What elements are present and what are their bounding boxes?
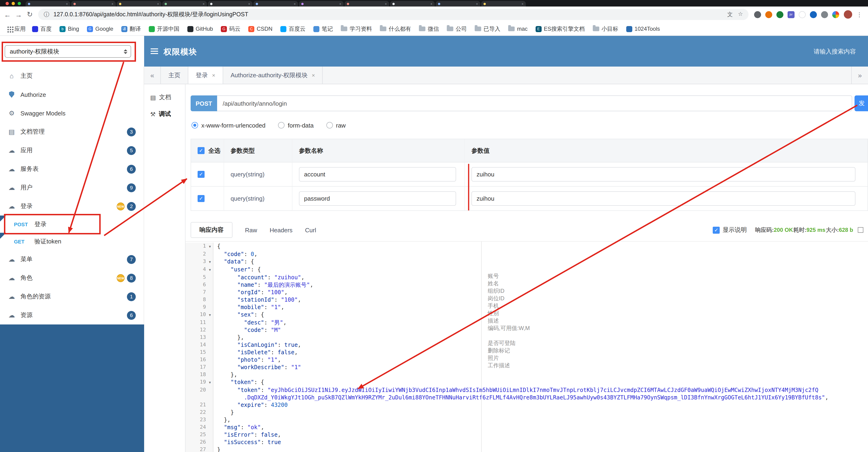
- window-minimize-icon[interactable]: [11, 2, 15, 5]
- param-value-input[interactable]: [471, 167, 856, 181]
- extension-icon[interactable]: [765, 11, 772, 18]
- api-path[interactable]: /api/authority/anno/login: [217, 95, 852, 111]
- window-close-icon[interactable]: [6, 2, 9, 5]
- bookmark-item[interactable]: CCSDN: [248, 26, 273, 32]
- bookmark-item[interactable]: 小目标: [593, 25, 618, 33]
- content-type-radio[interactable]: x-www-form-urlencoded: [191, 122, 266, 129]
- fold-icon[interactable]: ▼: [207, 266, 213, 274]
- bookmark-item[interactable]: 开源中国: [149, 25, 179, 33]
- content-type-radio[interactable]: form-data: [278, 122, 314, 129]
- reload-icon[interactable]: ↻: [24, 10, 35, 19]
- extension-icon[interactable]: [810, 11, 817, 18]
- browser-tab[interactable]: ×: [253, 1, 298, 6]
- fullscreen-icon[interactable]: [858, 227, 863, 233]
- browser-tab[interactable]: ×: [208, 1, 252, 6]
- browser-tab[interactable]: ×: [390, 1, 435, 6]
- browser-tab[interactable]: ×: [299, 1, 344, 6]
- response-tab-active[interactable]: 响应内容: [191, 222, 232, 238]
- browser-tab[interactable]: ×: [71, 1, 116, 6]
- bookmark-item[interactable]: 1024Tools: [626, 26, 660, 32]
- sidebar-item-application[interactable]: ☁应用5: [0, 141, 144, 160]
- sidebar-item-role-resource[interactable]: ☁角色的资源1: [0, 287, 144, 306]
- param-name-input[interactable]: [299, 191, 456, 206]
- sidebar-item-service-table[interactable]: ☁服务表6: [0, 160, 144, 178]
- browser-tab[interactable]: ×: [481, 1, 526, 6]
- response-tab[interactable]: Raw: [245, 226, 257, 233]
- bookmark-item[interactable]: 公司: [447, 25, 467, 33]
- extension-icon[interactable]: [799, 11, 806, 18]
- bookmark-item[interactable]: 百度云: [280, 25, 305, 33]
- header-search-input[interactable]: 请输入搜索内容: [814, 48, 856, 56]
- profile-avatar[interactable]: [844, 10, 852, 19]
- bookmark-item[interactable]: bBing: [60, 26, 79, 32]
- sidebar-item-menu[interactable]: ☁菜单7: [0, 250, 144, 269]
- checkbox-checked-icon[interactable]: ✓: [197, 171, 205, 178]
- browser-tab[interactable]: ×: [162, 1, 207, 6]
- send-button[interactable]: 发: [855, 95, 868, 111]
- sidebar-item-login[interactable]: ☁登录NEW2: [0, 197, 144, 216]
- module-select[interactable]: authority-权限模块: [5, 45, 131, 58]
- tab-close-icon[interactable]: ×: [294, 2, 296, 5]
- tab-close-icon[interactable]: ×: [66, 2, 68, 5]
- checkbox-checked-icon[interactable]: ✓: [197, 195, 205, 202]
- tab-close-icon[interactable]: ×: [312, 72, 315, 79]
- bookmark-item[interactable]: 学习资料: [341, 25, 372, 33]
- bookmark-item[interactable]: G码云: [221, 25, 240, 33]
- param-value-input[interactable]: [471, 191, 856, 206]
- browser-tab[interactable]: ×: [436, 1, 480, 6]
- bookmark-item[interactable]: mac: [508, 26, 527, 32]
- bookmark-item[interactable]: 微信: [419, 25, 439, 33]
- doc-nav-doc[interactable]: ▤文档: [144, 89, 185, 106]
- back-icon[interactable]: ←: [2, 10, 13, 19]
- doc-nav-debug[interactable]: ⚒调试: [144, 106, 185, 122]
- browser-tab[interactable]: ×: [117, 1, 161, 6]
- sidebar-item-swagger-models[interactable]: ⚙Swagger Models: [0, 104, 144, 122]
- fold-icon[interactable]: ▼: [207, 378, 213, 386]
- fold-icon[interactable]: ▼: [207, 243, 213, 250]
- content-tab[interactable]: Authorize-authority-权限模块×: [223, 66, 323, 84]
- sidebar-item-user[interactable]: ☁用户9: [0, 178, 144, 197]
- extension-icon[interactable]: [821, 11, 828, 18]
- bookmark-item[interactable]: 已导入: [475, 25, 500, 33]
- param-name-input[interactable]: [299, 167, 456, 181]
- fold-icon[interactable]: ▼: [207, 258, 213, 266]
- bookmark-item[interactable]: 译翻译: [121, 25, 141, 33]
- tab-close-icon[interactable]: ×: [212, 72, 215, 79]
- tab-close-icon[interactable]: ×: [431, 2, 432, 5]
- apps-label[interactable]: 应用: [14, 25, 26, 33]
- tab-close-icon[interactable]: ×: [385, 2, 387, 5]
- tab-close-icon[interactable]: ×: [203, 2, 205, 5]
- bookmark-item[interactable]: 什么都有: [380, 25, 411, 33]
- bookmark-star-icon[interactable]: ☆: [738, 10, 743, 19]
- show-desc-checkbox[interactable]: ✓: [713, 226, 720, 233]
- fold-icon[interactable]: ▼: [207, 311, 213, 319]
- tab-close-icon[interactable]: ×: [157, 2, 159, 5]
- sidebar-item-role[interactable]: ☁角色NEW8: [0, 269, 144, 287]
- extension-icon[interactable]: [776, 11, 783, 18]
- sidebar-item-authorize[interactable]: Authorize: [0, 85, 144, 104]
- tab-close-icon[interactable]: ×: [339, 2, 341, 5]
- extension-icon[interactable]: [832, 11, 839, 18]
- sidebar-item-doc-manage[interactable]: ▤文档管理3: [0, 122, 144, 141]
- bookmark-item[interactable]: 笔记: [313, 25, 333, 33]
- browser-tab[interactable]: ×: [26, 1, 70, 6]
- content-type-radio[interactable]: raw: [326, 122, 346, 129]
- bookmark-item[interactable]: 百度: [32, 25, 52, 33]
- bookmark-item[interactable]: EES搜索引擎文档: [535, 25, 585, 33]
- tab-close-icon[interactable]: ×: [112, 2, 114, 5]
- bookmark-item[interactable]: GitHub: [187, 26, 213, 32]
- browser-menu-icon[interactable]: ⋮: [857, 11, 862, 18]
- sidebar-item-home[interactable]: ⌂主页: [0, 66, 144, 85]
- forward-icon[interactable]: →: [13, 10, 24, 19]
- chevron-left-icon[interactable]: «: [144, 66, 161, 84]
- extension-icon[interactable]: [754, 11, 761, 18]
- address-bar[interactable]: ⓘ 127.0.0.1:8760/api/gate/doc.html#/auth…: [38, 9, 748, 20]
- browser-tab[interactable]: ×: [344, 1, 389, 6]
- content-tab-active[interactable]: 登录×: [188, 66, 223, 84]
- window-zoom-icon[interactable]: [18, 2, 21, 5]
- url-text[interactable]: 127.0.0.1:8760/api/gate/doc.html#/author…: [54, 10, 248, 19]
- tab-close-icon[interactable]: ×: [522, 2, 524, 5]
- sidebar-item-login-post[interactable]: POST登录: [0, 216, 144, 233]
- response-tab[interactable]: Curl: [305, 226, 316, 233]
- extension-icon[interactable]: jsr: [787, 11, 795, 18]
